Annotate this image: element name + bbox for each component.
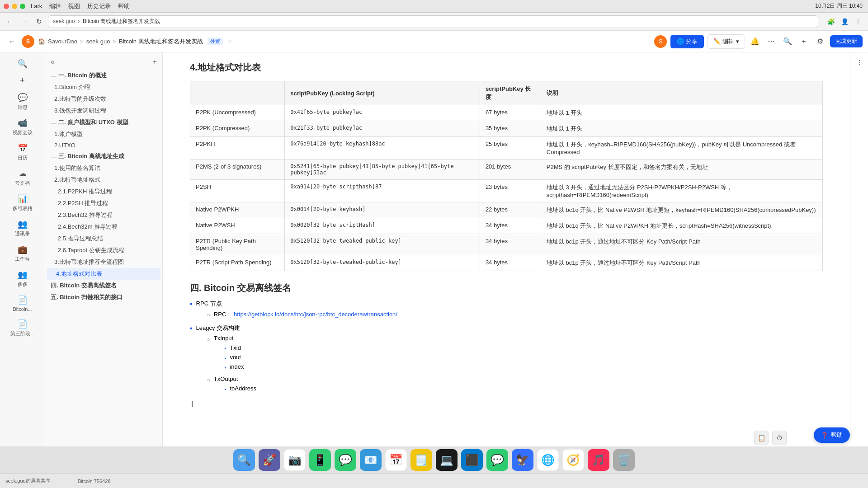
toc-item-utxo[interactable]: 2.UTXO	[45, 140, 162, 150]
rpc-link[interactable]: https://getblock.io/docs/btc/json-rpc/bt…	[234, 311, 397, 318]
table-cell-length: 23 bytes	[480, 180, 541, 202]
sidebar-item-bitcoin-doc[interactable]: 📄 Bitcoin...	[5, 292, 41, 314]
dock-icon-safari[interactable]: 🧭	[562, 449, 584, 471]
sidebar-item-contacts[interactable]: 👥 通讯录	[5, 216, 41, 240]
add-icon[interactable]: +	[797, 35, 810, 48]
help-button[interactable]: ❓ 帮助	[814, 427, 850, 443]
sidebar-item-video[interactable]: 📹 视频会议	[5, 115, 41, 139]
menu-help[interactable]: 帮助	[118, 2, 130, 10]
address-bar[interactable]: seek.guo › Bitcoin 离线地址和签名开发实战	[48, 15, 818, 28]
browser-settings-icon[interactable]: ⋮	[853, 16, 863, 27]
table-cell-length: 201 bytes	[480, 160, 541, 180]
bell-icon[interactable]: 🔔	[749, 35, 761, 48]
dock-icon-music[interactable]: 🎵	[588, 449, 609, 471]
sidebar-item-messages[interactable]: 💬 消息	[5, 90, 41, 113]
breadcrumb-home-icon[interactable]: 🏠	[38, 38, 45, 45]
toc-item-upgrade[interactable]: 2.比特币的升级次数	[45, 93, 162, 105]
reload-button[interactable]: ↻	[33, 16, 44, 27]
toc-item-bech32m[interactable]: 2.4.Bech32m 推导过程	[45, 221, 162, 233]
table-cell-type: Native P2WSH	[190, 218, 285, 234]
dock-icon-vscode[interactable]: ⬛	[461, 449, 483, 471]
rpc-section: • RPC 节点 ○ RPC： https://getblock.io/docs…	[190, 300, 823, 321]
table-cell-length: 34 bytes	[480, 255, 541, 271]
toc-item-derive-summary[interactable]: 2.5.推导过程总结	[45, 233, 162, 244]
sidebar-item-search[interactable]: 🔍	[5, 56, 41, 71]
breadcrumb-nav2[interactable]: seek guo	[86, 38, 110, 45]
update-button[interactable]: 完成更新	[830, 35, 863, 47]
toc-item-section2[interactable]: — 二. 账户模型和 UTXO 模型	[45, 117, 162, 128]
maximize-button[interactable]	[20, 4, 25, 9]
timer-icon[interactable]: ⏱	[772, 431, 787, 445]
user-status-icon[interactable]: S	[654, 35, 667, 48]
sidebar-item-phase3-doc[interactable]: 📄 第三阶段...	[5, 316, 41, 340]
toc-item-section3[interactable]: — 三. Bitcoin 离线地址生成	[45, 150, 162, 162]
more-nav-icon: 👥	[18, 270, 28, 280]
toc-add-icon[interactable]: +	[153, 58, 157, 66]
dock-icon-calendar[interactable]: 📅	[385, 449, 407, 471]
txinput-label: TxInput	[214, 335, 233, 342]
right-panel-icon-1[interactable]: ⋮	[853, 56, 866, 69]
toc-item-bech32[interactable]: 2.3.Bech32 推导过程	[45, 209, 162, 221]
sidebar-item-add[interactable]: +	[5, 73, 41, 88]
toc-item-section1[interactable]: — 一. Bitcoin 的概述	[45, 70, 162, 81]
table-cell-script: 0xa914[20-byte scripthash]87	[285, 180, 480, 202]
toc-collapse-icon[interactable]: «	[51, 58, 55, 66]
dock-icon-lark[interactable]: 🦅	[512, 449, 533, 471]
toc-item-bitcoin-intro[interactable]: 1.Bitcoin 介绍	[45, 81, 162, 93]
menu-edit[interactable]: 编辑	[49, 2, 61, 10]
menu-history[interactable]: 历史记录	[87, 2, 111, 10]
sidebar-item-more[interactable]: 👥 多多	[5, 267, 41, 291]
dock-icon-wechat[interactable]: 💬	[486, 449, 508, 471]
toc-item-addr-table[interactable]: 4.地址格式对比表	[47, 268, 160, 280]
sidebar-item-cloud[interactable]: ☁ 云文档	[5, 166, 41, 189]
toc-item-sig-algo[interactable]: 1.使用的签名算法	[45, 162, 162, 174]
star-icon[interactable]: ☆	[227, 38, 233, 45]
toc-item-section4[interactable]: 四. Bitcoin 交易离线签名	[45, 280, 162, 291]
dock-icon-launchpad[interactable]: 🚀	[259, 449, 280, 471]
sidebar-item-workspace[interactable]: 💼 工作台	[5, 242, 41, 265]
clipboard-icon[interactable]: 📋	[754, 431, 769, 445]
search-icon[interactable]: 🔍	[781, 35, 794, 48]
bullet-square-1: ▪	[225, 346, 226, 351]
settings-icon[interactable]: ⚙	[814, 35, 826, 48]
bottom-bar: seek.guo的屏幕共享 Bitcoin 756428	[0, 474, 868, 488]
sidebar-item-bitable[interactable]: 📊 多维表格	[5, 191, 41, 215]
toc-item-taproot[interactable]: 2.6.Taproot 公钥生成流程	[45, 244, 162, 256]
menu-view[interactable]: 视图	[68, 2, 80, 10]
dock-icon-chrome[interactable]: 🌐	[537, 449, 559, 471]
bullet-dot-1: •	[190, 300, 193, 308]
toc-item-section5[interactable]: 五. Bitcoin 扫链相关的接口	[45, 291, 162, 303]
forward-nav-button[interactable]: →	[19, 16, 30, 27]
dock-icon-messages[interactable]: 💬	[335, 449, 356, 471]
share-button[interactable]: 🌐 分享	[670, 35, 704, 48]
lark-back-button[interactable]: ←	[5, 35, 18, 48]
dock-icon-phone[interactable]: 📱	[309, 449, 331, 471]
toc-item-account-model[interactable]: 1.账户模型	[45, 128, 162, 140]
vout-label: vout	[230, 354, 241, 361]
dock-icon-trash[interactable]: 🗑️	[613, 449, 635, 471]
legacy-section: • Leagcy 交易构建 ○ TxInput ▪ Txid	[190, 324, 823, 397]
toc-item-p2sh[interactable]: 2.2.P2SH 推导过程	[45, 197, 162, 209]
dock-icon-mail[interactable]: 📧	[360, 449, 382, 471]
table-row: P2PK (Compressed) 0x21[33-byte pubkey]ac…	[190, 121, 823, 137]
more-options-icon[interactable]: ⋯	[765, 35, 778, 48]
dock-icon-notes[interactable]: 🗒️	[410, 449, 432, 471]
minimize-button[interactable]	[12, 4, 17, 9]
sidebar-item-calendar[interactable]: 📅 日历	[5, 141, 41, 164]
dock-icon-finder[interactable]: 🔍	[233, 449, 255, 471]
table-cell-length: 25 bytes	[480, 137, 541, 160]
close-button[interactable]	[4, 4, 9, 9]
edit-button[interactable]: ✏️ 编辑 ▾	[708, 34, 745, 49]
toc-item-addr-format[interactable]: 2.比特币地址格式	[45, 174, 162, 186]
txid-label: Txid	[230, 344, 241, 351]
toc-item-p2pkh[interactable]: 2.1.P2PKH 推导过程	[45, 186, 162, 197]
browser-extensions-icon[interactable]: 🧩	[826, 16, 836, 27]
dock-icon-photos[interactable]: 📷	[284, 449, 306, 471]
user-avatar[interactable]: S	[22, 35, 34, 48]
toc-item-wallet-dev[interactable]: 3.钱包开发调研过程	[45, 105, 162, 117]
dock-icon-terminal[interactable]: 💻	[436, 449, 458, 471]
browser-account-icon[interactable]: 👤	[839, 16, 850, 27]
back-nav-button[interactable]: ←	[5, 16, 15, 27]
toc-item-full-flow[interactable]: 3.比特币地址推荐全流程图	[45, 256, 162, 268]
breadcrumb-user[interactable]: SavourDao	[48, 38, 77, 45]
